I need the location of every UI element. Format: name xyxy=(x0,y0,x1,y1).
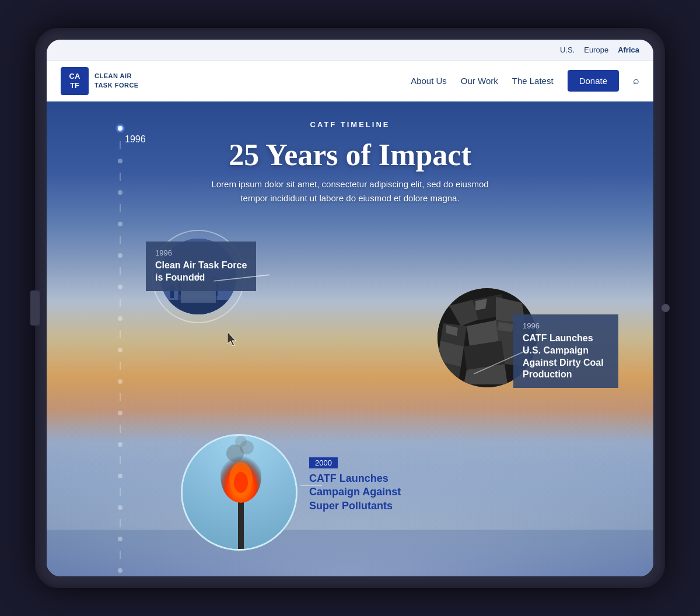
event-2-year: 1996 xyxy=(523,321,609,330)
timeline-dot xyxy=(118,442,123,447)
timeline-connector xyxy=(120,204,121,212)
timeline-connector xyxy=(120,393,121,401)
region-bar: U.S. Europe Africa xyxy=(47,40,653,61)
timeline-label: CATF TIMELINE xyxy=(310,120,390,129)
event-tooltip-1: 1996 Clean Air Task Forceis Founded xyxy=(146,242,256,291)
logo-line2: TASK FORCE xyxy=(94,82,139,89)
search-icon[interactable]: ⌕ xyxy=(633,75,639,87)
timeline-dot xyxy=(118,159,123,163)
logo-text: CLEAN AIR TASK FORCE xyxy=(94,72,139,90)
tablet-screen: U.S. Europe Africa CATF CLEAN AIR TASK F… xyxy=(47,40,653,576)
timeline-dot xyxy=(118,222,123,226)
event-3-title: CATF LaunchesCampaign AgainstSuper Pollu… xyxy=(309,472,401,513)
timeline-dot xyxy=(118,285,123,289)
nav-donate[interactable]: Donate xyxy=(568,70,619,92)
nav-work[interactable]: Our Work xyxy=(461,76,498,86)
timeline-connector xyxy=(120,299,121,307)
event-3-year: 2000 xyxy=(309,457,338,468)
timeline-connector xyxy=(120,236,121,244)
hero-subtitle: Lorem ipsum dolor sit amet, consectetur … xyxy=(175,177,525,205)
timeline-dots xyxy=(117,125,124,573)
timeline-dot xyxy=(118,505,123,510)
nav-about[interactable]: About Us xyxy=(411,76,447,86)
flare-circle xyxy=(181,434,298,551)
flare-scene xyxy=(183,436,296,549)
event-1-year: 1996 xyxy=(155,249,247,257)
subtitle-line1: Lorem ipsum dolor sit amet, consectetur … xyxy=(211,179,488,189)
hero-subtitle-text: Lorem ipsum dolor sit amet, consectetur … xyxy=(175,177,525,205)
svg-point-39 xyxy=(235,436,247,447)
timeline-connector xyxy=(120,456,121,464)
timeline-dot xyxy=(118,253,123,258)
region-africa[interactable]: Africa xyxy=(618,46,639,54)
event-1-title: Clean Air Task Forceis Founded xyxy=(155,260,247,284)
tablet-side-button xyxy=(30,290,40,326)
timeline-dot xyxy=(118,537,123,541)
timeline-dot xyxy=(118,348,123,352)
nav-links: About Us Our Work The Latest Donate ⌕ xyxy=(411,70,639,92)
timeline-dot xyxy=(118,474,123,478)
timeline-connector xyxy=(120,551,121,559)
logo-initials: CATF xyxy=(69,72,80,90)
year-label-1996: 1996 xyxy=(125,134,146,145)
event-2-title: CATF LaunchesU.S. CampaignAgainst Dirty … xyxy=(523,332,609,381)
logo-box: CATF xyxy=(61,67,89,95)
navbar: CATF CLEAN AIR TASK FORCE About Us Our W… xyxy=(47,61,653,102)
nav-latest[interactable]: The Latest xyxy=(512,76,554,86)
region-us[interactable]: U.S. xyxy=(560,46,575,54)
subtitle-line2: tempor incididunt ut labore do eiusmod e… xyxy=(240,193,459,203)
timeline-dot xyxy=(118,568,123,573)
tablet-frame: U.S. Europe Africa CATF CLEAN AIR TASK F… xyxy=(35,28,665,588)
timeline-connector xyxy=(120,362,121,370)
timeline-dot xyxy=(118,379,123,384)
timeline-connector xyxy=(120,173,121,181)
tablet-right-button xyxy=(662,304,670,312)
event-tooltip-3: 2000 CATF LaunchesCampaign AgainstSuper … xyxy=(309,457,401,513)
hero-heading: 25 Years of Impact xyxy=(229,138,471,172)
logo-line1: CLEAN AIR xyxy=(94,72,132,79)
hero-title: 25 Years of Impact xyxy=(229,138,471,172)
flare-svg xyxy=(183,436,298,551)
hero-section: CATF TIMELINE 25 Years of Impact Lorem i… xyxy=(47,102,653,576)
timeline-connector xyxy=(120,519,121,527)
timeline-connector xyxy=(120,330,121,338)
timeline-dot xyxy=(118,190,123,195)
event-3-flare[interactable] xyxy=(181,434,298,551)
event-tooltip-2: 1996 CATF LaunchesU.S. CampaignAgainst D… xyxy=(513,314,618,388)
timeline-dot xyxy=(118,411,123,415)
timeline-dot-active xyxy=(117,125,124,132)
timeline-connector xyxy=(120,488,121,496)
timeline-connector xyxy=(120,267,121,275)
timeline-connector xyxy=(120,141,121,149)
logo-area[interactable]: CATF CLEAN AIR TASK FORCE xyxy=(61,67,139,95)
region-europe[interactable]: Europe xyxy=(584,46,608,54)
timeline-connector xyxy=(120,425,121,433)
timeline-dot xyxy=(118,316,123,321)
svg-point-36 xyxy=(234,472,248,493)
